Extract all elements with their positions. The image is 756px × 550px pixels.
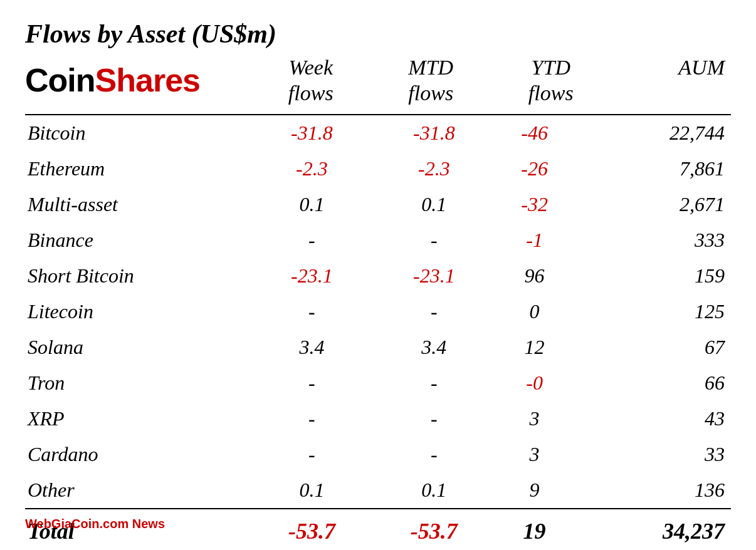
logo-area: CoinShares: [25, 55, 251, 99]
aum-value: 43: [574, 401, 731, 437]
week-flow: -: [251, 401, 373, 437]
col-mtd-header: MTDflows: [371, 55, 491, 109]
col-week-header: Weekflows: [251, 55, 371, 109]
total-week: -53.7: [251, 509, 373, 550]
col-ytd-header: YTDflows: [491, 55, 611, 109]
aum-value: 125: [574, 294, 731, 329]
week-flow: 0.1: [251, 472, 373, 509]
mtd-flow: 3.4: [373, 329, 495, 365]
logo-coin: Coin: [25, 62, 95, 98]
week-flow: -: [251, 222, 373, 258]
week-flow: -: [251, 294, 373, 329]
ytd-flow: 9: [495, 472, 574, 509]
ytd-flow: 0: [495, 294, 574, 329]
week-flow: -23.1: [251, 258, 373, 294]
mtd-flow: -31.8: [373, 115, 495, 151]
table-row: Tron---066: [25, 365, 731, 401]
aum-value: 136: [574, 472, 731, 509]
aum-value: 66: [574, 365, 731, 401]
mtd-flow: -23.1: [373, 258, 495, 294]
ytd-flow: -26: [495, 151, 574, 187]
table-row: Binance---1333: [25, 222, 731, 258]
asset-name: Litecoin: [25, 294, 251, 329]
header-section: CoinShares Weekflows MTDflows YTDflows A…: [25, 55, 731, 109]
total-ytd: 19: [495, 509, 574, 550]
mtd-flow: 0.1: [373, 187, 495, 222]
ytd-flow: -46: [495, 115, 574, 151]
aum-value: 2,671: [574, 187, 731, 222]
logo-shares: Shares: [95, 62, 200, 98]
aum-value: 7,861: [574, 151, 731, 187]
mtd-flow: -: [373, 365, 495, 401]
week-flow: -31.8: [251, 115, 373, 151]
table-row: Other0.10.19136: [25, 472, 731, 509]
ytd-flow: 3: [495, 437, 574, 472]
table-row: Multi-asset0.10.1-322,671: [25, 187, 731, 222]
table-row: XRP--343: [25, 401, 731, 437]
total-aum: 34,237: [574, 509, 731, 550]
table-row: Short Bitcoin-23.1-23.196159: [25, 258, 731, 294]
asset-name: Ethereum: [25, 151, 251, 187]
ytd-flow: -0: [495, 365, 574, 401]
mtd-flow: -: [373, 401, 495, 437]
mtd-flow: -: [373, 222, 495, 258]
table-row: Solana3.43.41267: [25, 329, 731, 365]
asset-name: Short Bitcoin: [25, 258, 251, 294]
week-flow: 0.1: [251, 187, 373, 222]
ytd-flow: 96: [495, 258, 574, 294]
asset-name: Other: [25, 472, 251, 509]
asset-name: Solana: [25, 329, 251, 365]
page-title: Flows by Asset (US$m): [25, 19, 731, 49]
asset-name: Tron: [25, 365, 251, 401]
ytd-flow: 3: [495, 401, 574, 437]
logo: CoinShares: [25, 61, 200, 99]
week-flow: 3.4: [251, 329, 373, 365]
mtd-flow: 0.1: [373, 472, 495, 509]
aum-value: 67: [574, 329, 731, 365]
aum-value: 33: [574, 437, 731, 472]
asset-name: Binance: [25, 222, 251, 258]
page-container: Flows by Asset (US$m) CoinShares Weekflo…: [0, 0, 756, 550]
mtd-flow: -2.3: [373, 151, 495, 187]
ytd-flow: -1: [495, 222, 574, 258]
week-flow: -: [251, 365, 373, 401]
ytd-flow: 12: [495, 329, 574, 365]
total-mtd: -53.7: [373, 509, 495, 550]
week-flow: -: [251, 437, 373, 472]
mtd-flow: -: [373, 437, 495, 472]
aum-value: 333: [574, 222, 731, 258]
table-row: Litecoin--0125: [25, 294, 731, 329]
mtd-flow: -: [373, 294, 495, 329]
column-headers: Weekflows MTDflows YTDflows AUM: [251, 55, 731, 109]
week-flow: -2.3: [251, 151, 373, 187]
ytd-flow: -32: [495, 187, 574, 222]
col-aum-header: AUM: [611, 55, 732, 109]
data-table: Bitcoin-31.8-31.8-4622,744Ethereum-2.3-2…: [25, 115, 731, 550]
asset-name: Bitcoin: [25, 115, 251, 151]
watermark: WebGiaCoin.com News: [25, 517, 165, 531]
asset-name: XRP: [25, 401, 251, 437]
table-row: Cardano--333: [25, 437, 731, 472]
table-row: Bitcoin-31.8-31.8-4622,744: [25, 115, 731, 151]
aum-value: 22,744: [574, 115, 731, 151]
aum-value: 159: [574, 258, 731, 294]
table-row: Ethereum-2.3-2.3-267,861: [25, 151, 731, 187]
asset-name: Multi-asset: [25, 187, 251, 222]
asset-name: Cardano: [25, 437, 251, 472]
